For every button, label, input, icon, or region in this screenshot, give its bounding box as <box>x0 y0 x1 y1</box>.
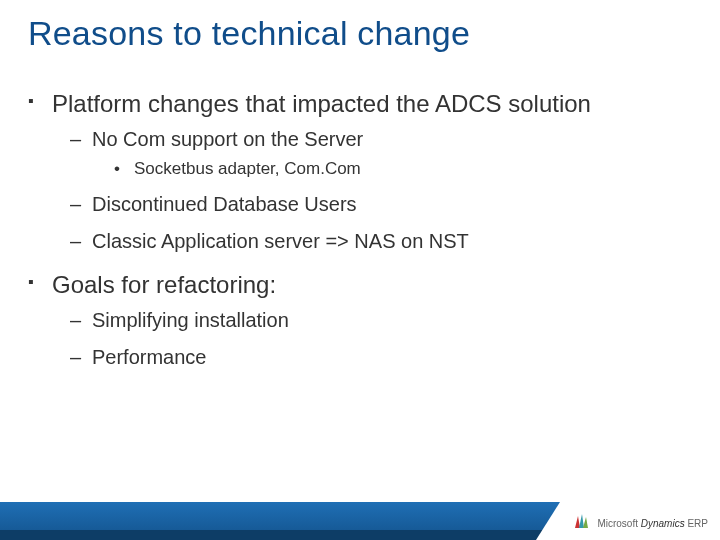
decorative-bar: Microsoft Dynamics ERP <box>0 502 720 540</box>
bullet-text: Classic Application server => NAS on NST <box>92 230 469 252</box>
bullet-text: Simplifying installation <box>92 309 289 331</box>
svg-marker-0 <box>575 516 580 528</box>
bullet-text: Socketbus adapter, Com.Com <box>134 159 361 178</box>
bullet-text: Performance <box>92 346 207 368</box>
bullet-level2: Simplifying installation <box>70 309 680 332</box>
bullet-level1: Goals for refactoring: Simplifying insta… <box>28 271 680 369</box>
bullet-level3: Socketbus adapter, Com.Com <box>114 159 680 179</box>
decorative-bar-diagonal <box>536 502 560 540</box>
bullet-text: Platform changes that impacted the ADCS … <box>52 90 591 117</box>
bullet-text: No Com support on the Server <box>92 128 363 150</box>
bullet-level2: No Com support on the Server Socketbus a… <box>70 128 680 179</box>
brand-erp: ERP <box>687 518 708 529</box>
brand-dynamics: Dynamics <box>641 518 685 529</box>
slide-content: Platform changes that impacted the ADCS … <box>28 90 680 387</box>
brand-text: Microsoft Dynamics ERP <box>597 518 708 529</box>
brand-microsoft: Microsoft <box>597 518 638 529</box>
bullet-level2: Discontinued Database Users <box>70 193 680 216</box>
bullet-level2: Performance <box>70 346 680 369</box>
dynamics-logo-icon <box>573 512 591 534</box>
bullet-level1: Platform changes that impacted the ADCS … <box>28 90 680 253</box>
bullet-text: Goals for refactoring: <box>52 271 276 298</box>
bullet-text: Discontinued Database Users <box>92 193 357 215</box>
svg-marker-2 <box>583 517 588 528</box>
slide: Reasons to technical change Platform cha… <box>0 0 720 540</box>
svg-marker-1 <box>579 514 584 528</box>
bullet-level2: Classic Application server => NAS on NST <box>70 230 680 253</box>
brand-footer: Microsoft Dynamics ERP <box>573 512 708 534</box>
slide-title: Reasons to technical change <box>28 14 470 53</box>
